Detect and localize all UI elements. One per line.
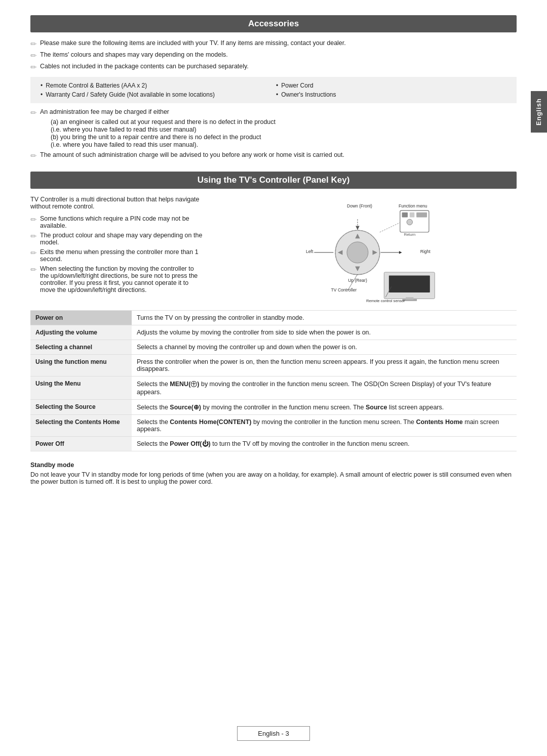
function-menu-line (380, 223, 400, 232)
tv-neck (406, 297, 413, 300)
remote-sensor-label: Remote control sensor (366, 299, 405, 302)
feature-label-volume: Adjusting the volume (30, 325, 132, 340)
menu-icon-3 (416, 213, 427, 218)
feature-table: Power on Turns the TV on by pressing the… (30, 310, 517, 451)
admin-indent-lines: (a) an engineer is called out at your re… (51, 118, 517, 148)
admin-note: ✏ An administration fee may be charged i… (30, 108, 517, 160)
page-wrapper: English Accessories ✏ Please make sure t… (0, 0, 547, 756)
standby-section: Standby mode Do not leave your TV in sta… (30, 461, 517, 485)
menu-circle (407, 219, 412, 225)
feature-desc-power-on: Turns the TV on by pressing the controll… (132, 311, 517, 325)
feature-label-source: Selecting the Source (30, 400, 132, 415)
panel-note-icon-1: ✏ (30, 215, 37, 224)
table-row-contents-home: Selecting the Contents Home Selects the … (30, 415, 517, 437)
footer-badge: English - 3 (237, 726, 309, 741)
table-row-volume: Adjusting the volume Adjusts the volume … (30, 325, 517, 340)
table-row-function-menu: Using the function menu Press the contro… (30, 355, 517, 376)
panel-content: TV Controller is a multi directional but… (30, 196, 517, 302)
feature-desc-power-off: Selects the Power Off(⏻) to turn the TV … (132, 437, 517, 451)
side-tab: English (531, 91, 547, 133)
accessories-section: Accessories ✏ Please make sure the follo… (30, 15, 517, 160)
panel-note-4: ✏ When selecting the function by moving … (30, 265, 203, 293)
accessories-note-3: ✏ Cables not included in the package con… (30, 63, 517, 72)
bullet-power-cord: Power Cord (276, 82, 506, 89)
feature-label-function-menu: Using the function menu (30, 355, 132, 376)
feature-desc-source: Selects the Source(⊕) by moving the cont… (132, 400, 517, 415)
panel-note-1: ✏ Some functions which require a PIN cod… (30, 215, 203, 229)
standby-title: Standby mode (30, 461, 517, 469)
panel-right: Down (Front) Function menu Return (218, 196, 517, 302)
note-icon-2: ✏ (30, 51, 37, 60)
feature-desc-function-menu: Press the controller when the power is o… (132, 355, 517, 376)
note-icon-amount: ✏ (30, 151, 37, 160)
footer: English - 3 (0, 726, 547, 741)
accessories-note-1: ✏ Please make sure the following items a… (30, 39, 517, 49)
note-icon-3: ✏ (30, 63, 37, 72)
standby-text: Do not leave your TV in standby mode for… (30, 471, 517, 485)
panel-note-3: ✏ Exits the menu when pressing the contr… (30, 248, 203, 263)
table-row-channel: Selecting a channel Selects a channel by… (30, 340, 517, 355)
feature-label-power-off: Power Off (30, 437, 132, 451)
accessories-note-2: ✏ The items' colours and shapes may vary… (30, 51, 517, 60)
tv-controller-label: TV Controller (331, 287, 357, 292)
diagram-svg: Down (Front) Function menu Return (286, 201, 448, 302)
function-menu-label: Function menu (399, 203, 427, 208)
panel-left: TV Controller is a multi directional but… (30, 196, 203, 302)
table-row-power-off: Power Off Selects the Power Off(⏻) to tu… (30, 437, 517, 451)
tv-diagram: Down (Front) Function menu Return (286, 201, 448, 302)
feature-desc-menu: Selects the MENU(㊉) by moving the contro… (132, 376, 517, 400)
menu-icon-1 (402, 213, 408, 218)
left-label: Left (306, 249, 314, 254)
note-icon-admin: ✏ (30, 108, 37, 117)
panel-note-icon-3: ✏ (30, 248, 37, 258)
down-front-label: Down (Front) (347, 203, 372, 208)
panel-description: TV Controller is a multi directional but… (30, 196, 203, 210)
panel-note-icon-4: ✏ (30, 265, 37, 274)
note-icon-1: ✏ (30, 39, 37, 49)
bullet-owners: Owner's Instructions (276, 91, 506, 98)
down-front-arrowhead (356, 226, 360, 230)
menu-icon-2 (410, 213, 415, 218)
feature-label-channel: Selecting a channel (30, 340, 132, 355)
table-row-menu: Using the Menu Selects the MENU(㊉) by mo… (30, 376, 517, 400)
bullet-remote: Remote Control & Batteries (AAA x 2) (41, 82, 271, 89)
feature-label-menu: Using the Menu (30, 376, 132, 400)
table-row-power-on: Power on Turns the TV on by pressing the… (30, 311, 517, 325)
accessories-bullets: Remote Control & Batteries (AAA x 2) Pow… (30, 77, 517, 103)
feature-label-power-on: Power on (30, 311, 132, 325)
right-arrowhead (399, 251, 402, 254)
controller-inner (347, 242, 368, 263)
up-rear-label: Up (Rear) (348, 278, 367, 283)
feature-desc-channel: Selects a channel by moving the controll… (132, 340, 517, 355)
panel-note-icon-2: ✏ (30, 232, 37, 241)
accessories-header: Accessories (30, 15, 517, 32)
return-label: Return (404, 232, 415, 237)
tv-screen (389, 276, 430, 292)
panel-key-section: Using the TV's Controller (Panel Key) TV… (30, 172, 517, 485)
panel-key-header: Using the TV's Controller (Panel Key) (30, 172, 517, 189)
panel-note-2: ✏ The product colour and shape may vary … (30, 232, 203, 246)
feature-label-contents-home: Selecting the Contents Home (30, 415, 132, 437)
feature-desc-volume: Adjusts the volume by moving the control… (132, 325, 517, 340)
bullet-warranty: Warranty Card / Safety Guide (Not availa… (41, 91, 271, 98)
feature-desc-contents-home: Selects the Contents Home(CONTENT) by mo… (132, 415, 517, 437)
table-row-source: Selecting the Source Selects the Source(… (30, 400, 517, 415)
right-label: Right (420, 249, 431, 254)
